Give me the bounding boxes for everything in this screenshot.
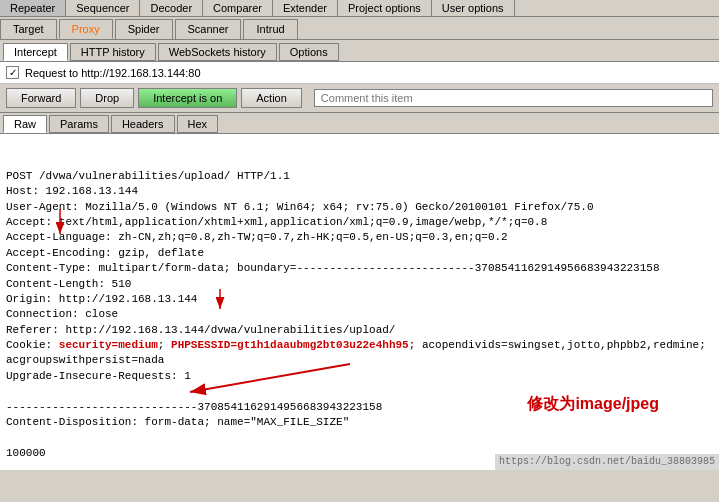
inner-tab-row: Raw Params Headers Hex <box>0 113 719 134</box>
line6: Accept-Encoding: gzip, deflate <box>6 247 204 259</box>
button-bar: Forward Drop Intercept is on Action <box>0 84 719 113</box>
line5: Accept-Language: zh-CN,zh;q=0.8,zh-TW;q=… <box>6 231 508 243</box>
menu-comparer[interactable]: Comparer <box>203 0 273 16</box>
line9: Origin: http://192.168.13.144 <box>6 293 197 305</box>
line16: -----------------------------37085411629… <box>6 401 382 413</box>
watermark: https://blog.csdn.net/baidu_38803985 <box>495 454 719 470</box>
line7: Content-Type: multipart/form-data; bound… <box>6 262 660 274</box>
comment-field[interactable] <box>314 89 713 107</box>
sub-tab-options[interactable]: Options <box>279 43 339 61</box>
line8: Content-Length: 510 <box>6 278 131 290</box>
request-content[interactable]: POST /dvwa/vulnerabilities/upload/ HTTP/… <box>0 134 719 470</box>
request-label: Request to http://192.168.13.144:80 <box>25 67 201 79</box>
menu-decoder[interactable]: Decoder <box>140 0 203 16</box>
inner-tab-params[interactable]: Params <box>49 115 109 133</box>
forward-button[interactable]: Forward <box>6 88 76 108</box>
line3: User-Agent: Mozilla/5.0 (Windows NT 6.1;… <box>6 201 594 213</box>
sub-tab-websockets[interactable]: WebSockets history <box>158 43 277 61</box>
annotation-text: 修改为image/jpeg <box>527 393 659 415</box>
line1: POST /dvwa/vulnerabilities/upload/ HTTP/… <box>6 170 290 182</box>
line19: 100000 <box>6 447 46 459</box>
menu-user-options[interactable]: User options <box>432 0 515 16</box>
drop-button[interactable]: Drop <box>80 88 134 108</box>
menu-project-options[interactable]: Project options <box>338 0 432 16</box>
main-tab-row: Target Proxy Spider Scanner Intrud <box>0 17 719 40</box>
line4: Accept: text/html,application/xhtml+xml,… <box>6 216 547 228</box>
line2: Host: 192.168.13.144 <box>6 185 138 197</box>
tab-spider[interactable]: Spider <box>115 19 173 39</box>
tab-proxy[interactable]: Proxy <box>59 19 113 39</box>
tab-target[interactable]: Target <box>0 19 57 39</box>
line17: Content-Disposition: form-data; name="MA… <box>6 416 349 428</box>
menu-repeater[interactable]: Repeater <box>0 0 66 16</box>
intercept-button[interactable]: Intercept is on <box>138 88 237 108</box>
tab-intruder[interactable]: Intrud <box>243 19 297 39</box>
line11: Referer: http://192.168.13.144/dvwa/vuln… <box>6 324 395 336</box>
tab-scanner[interactable]: Scanner <box>175 19 242 39</box>
inner-tab-headers[interactable]: Headers <box>111 115 175 133</box>
intercept-checkbox[interactable]: ✓ <box>6 66 19 79</box>
request-text: POST /dvwa/vulnerabilities/upload/ HTTP/… <box>6 169 713 470</box>
menu-bar: Repeater Sequencer Decoder Comparer Exte… <box>0 0 719 17</box>
line10: Connection: close <box>6 308 118 320</box>
cookie-phpsessid: PHPSESSID=gt1h1daaubmg2bt03u22e4hh95 <box>171 339 409 351</box>
inner-tab-hex[interactable]: Hex <box>177 115 219 133</box>
cookie-security: security=medium <box>59 339 158 351</box>
sub-tab-intercept[interactable]: Intercept <box>3 43 68 61</box>
action-button[interactable]: Action <box>241 88 302 108</box>
request-bar: ✓ Request to http://192.168.13.144:80 <box>0 62 719 84</box>
sub-tab-http-history[interactable]: HTTP history <box>70 43 156 61</box>
line14: Upgrade-Insecure-Requests: 1 <box>6 370 191 382</box>
inner-tab-raw[interactable]: Raw <box>3 115 47 133</box>
line13: acgroupswithpersist=nada <box>6 354 164 366</box>
menu-extender[interactable]: Extender <box>273 0 338 16</box>
menu-sequencer[interactable]: Sequencer <box>66 0 140 16</box>
sub-tab-row: Intercept HTTP history WebSockets histor… <box>0 40 719 62</box>
